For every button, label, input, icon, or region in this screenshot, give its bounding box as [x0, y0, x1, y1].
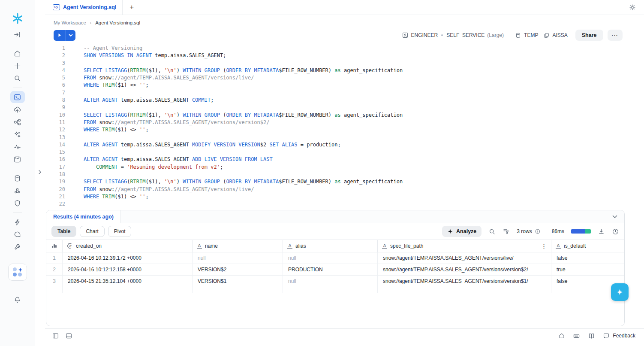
code-line: 17 COMMENT = 'Resuming development from …: [45, 164, 644, 171]
role-selector[interactable]: ENGINEER: [402, 32, 438, 39]
column-header-alias[interactable]: Aalias: [283, 240, 378, 252]
breadcrumb-separator-icon: ›: [90, 21, 91, 25]
table-cell-created_on[interactable]: 2026-04-16 10:12:12.158 +0000: [63, 264, 193, 276]
view-table-button[interactable]: Table: [51, 226, 76, 237]
feedback-button[interactable]: Feedback: [603, 332, 635, 339]
breadcrumb: My Workspace › Agent Versioning.sql: [54, 20, 623, 25]
view-chart-button[interactable]: Chart: [80, 226, 104, 237]
code-line: 18: [45, 171, 644, 178]
table-cell-spec_file_path[interactable]: snow://agent/TEMP.AISSA.SALES_AGENT/vers…: [378, 252, 551, 264]
search-icon[interactable]: [10, 72, 25, 84]
filter-rows-icon[interactable]: [503, 228, 510, 235]
snowflake-logo-icon[interactable]: [10, 11, 25, 26]
table-cell-name[interactable]: null: [193, 252, 283, 264]
create-new-icon[interactable]: [10, 60, 25, 72]
search-results-icon[interactable]: [488, 228, 496, 235]
feedback-bubble-icon: [603, 332, 610, 339]
code-text: ALTER AGENT temp.aissa.SALES_AGENT MODIF…: [65, 141, 341, 149]
toggle-left-panel-icon[interactable]: [52, 332, 59, 340]
column-header-spec_file_path[interactable]: Aspec_file_path⋮: [378, 240, 551, 252]
breadcrumb-workspace[interactable]: My Workspace: [54, 20, 86, 25]
results-tab[interactable]: Results (4 minutes ago): [46, 210, 121, 223]
warehouse-selector[interactable]: SELF_SERVICE (Large): [446, 32, 504, 38]
sparkle-icon: [616, 288, 623, 296]
sql-editor[interactable]: 1-- Agent Versioning2SHOW VERSIONS IN AG…: [45, 41, 644, 209]
code-line: 1-- Agent Versioning: [45, 45, 644, 52]
keyboard-shortcuts-icon[interactable]: [573, 332, 580, 340]
table-cell-alias[interactable]: null: [283, 252, 378, 264]
governance-icon[interactable]: [10, 185, 25, 197]
collapse-panel-icon[interactable]: [10, 28, 25, 40]
schema-selector[interactable]: AISSA: [543, 32, 567, 39]
info-icon[interactable]: [535, 228, 541, 234]
context-bar: ENGINEER SELF_SERVICE (Large) TEMP AISSA: [402, 30, 623, 41]
table-cell-created_on[interactable]: 2026-04-16 10:12:39.172 +0000: [63, 252, 193, 264]
marketplace-icon[interactable]: [10, 153, 25, 165]
collapse-results-chevron-icon[interactable]: [612, 210, 624, 223]
column-header-name[interactable]: Aname: [193, 240, 283, 252]
analyze-button[interactable]: Analyze: [442, 226, 481, 237]
ingest-upload-icon[interactable]: [10, 103, 25, 115]
new-tab-button[interactable]: +: [125, 3, 138, 12]
code-text: [65, 104, 84, 111]
tab-agent-versioning[interactable]: SQL Agent Versioning.sql: [47, 0, 123, 15]
table-cell-alias[interactable]: null: [283, 276, 378, 287]
data-hierarchy-icon[interactable]: [10, 116, 25, 128]
line-number: 7: [45, 89, 65, 97]
download-results-icon[interactable]: [598, 228, 605, 235]
row-number-header[interactable]: [46, 240, 63, 252]
notifications-bell-icon[interactable]: [10, 294, 25, 306]
run-button[interactable]: [54, 30, 66, 41]
run-options-dropdown[interactable]: [66, 30, 75, 41]
column-menu-icon[interactable]: ⋮: [541, 243, 547, 249]
text-type-icon: A: [287, 243, 292, 249]
code-text: WHERE TRIM($1) <> '';: [65, 193, 149, 200]
row-number[interactable]: 2: [46, 264, 63, 276]
worksheets-terminal-icon[interactable]: [10, 91, 25, 103]
settings-gear-icon[interactable]: [629, 3, 636, 11]
code-text: WHERE TRIM($1) <> '';: [65, 126, 149, 134]
security-shield-icon[interactable]: [10, 197, 25, 209]
more-options-button[interactable]: ···: [608, 30, 623, 41]
table-cell-alias[interactable]: PRODUCTION: [283, 264, 378, 276]
table-cell-created_on[interactable]: 2026-04-15 21:35:12.104 +0000: [63, 276, 193, 287]
table-cell-is_default[interactable]: true: [551, 264, 624, 276]
ai-sparkles-icon[interactable]: [10, 128, 25, 140]
column-label: spec_file_path: [390, 243, 423, 249]
expand-panel-handle[interactable]: [36, 167, 44, 177]
table-cell-name[interactable]: VERSION$2: [193, 264, 283, 276]
layout-controls: [52, 332, 72, 340]
table-cell-spec_file_path[interactable]: snow://agent/TEMP.AISSA.SALES_AGENT/vers…: [378, 264, 551, 276]
code-line: 11FROM snow://agent/TEMP.AISSA.SALES_AGE…: [45, 119, 644, 126]
home-icon[interactable]: [10, 47, 25, 59]
row-number[interactable]: 1: [46, 252, 63, 264]
table-cell-is_default[interactable]: false: [551, 252, 624, 264]
line-number: 9: [45, 104, 65, 111]
code-text: FROM snow://agent/TEMP.AISSA.SALES_AGENT…: [65, 74, 254, 82]
column-header-created_on[interactable]: LTcreated_on: [63, 240, 193, 252]
app-launcher-tile[interactable]: [8, 264, 27, 281]
toggle-bottom-panel-icon[interactable]: [65, 332, 72, 340]
column-header-is_default[interactable]: Ais_default: [551, 240, 624, 252]
ai-assistant-fab[interactable]: [611, 283, 629, 301]
table-cell-name[interactable]: VERSION$1: [193, 276, 283, 287]
row-number[interactable]: 3: [46, 276, 63, 287]
line-number: 15: [45, 149, 65, 156]
documentation-book-icon[interactable]: [588, 332, 595, 340]
database-selector[interactable]: TEMP: [515, 32, 538, 39]
line-number: 3: [45, 60, 65, 67]
home-shortcut-icon[interactable]: [558, 332, 565, 339]
activity-monitor-icon[interactable]: [10, 141, 25, 153]
rail-divider: [13, 88, 22, 88]
query-history-clock-icon[interactable]: [612, 228, 619, 235]
tools-wrench-icon[interactable]: [10, 241, 25, 253]
breadcrumb-current: Agent Versioning.sql: [95, 20, 140, 25]
results-header-row: LTcreated_onAnameAaliasAspec_file_path⋮A…: [46, 240, 624, 252]
automation-lightning-icon[interactable]: [10, 216, 25, 228]
copilot-chat-icon[interactable]: [10, 228, 25, 240]
databases-icon[interactable]: [10, 172, 25, 184]
results-tab-row: Results (4 minutes ago): [46, 210, 624, 223]
table-cell-spec_file_path[interactable]: snow://agent/TEMP.AISSA.SALES_AGENT/vers…: [378, 276, 551, 287]
share-button[interactable]: Share: [575, 30, 603, 41]
view-pivot-button[interactable]: Pivot: [108, 226, 132, 237]
